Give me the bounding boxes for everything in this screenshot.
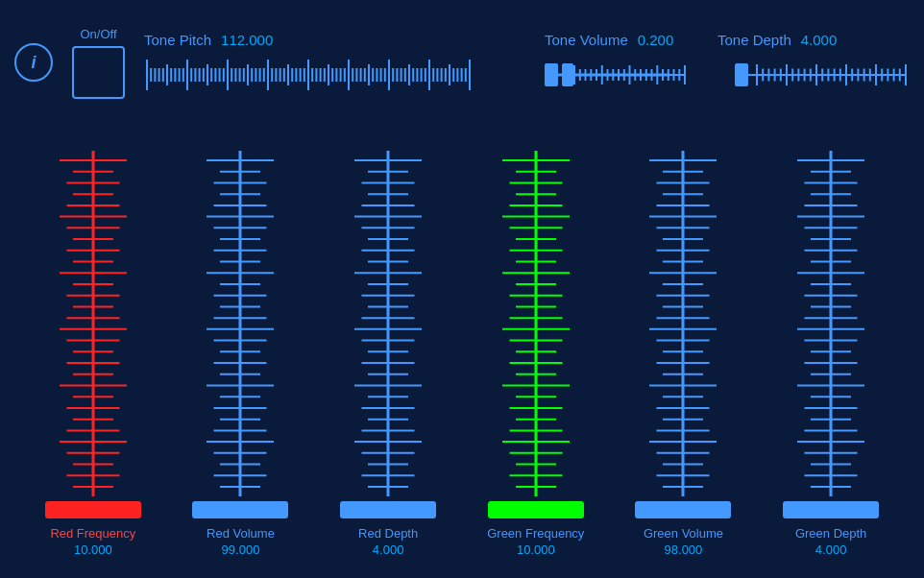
tone-depth-slider[interactable] [717, 56, 910, 94]
svg-rect-108 [756, 64, 758, 85]
svg-rect-127 [869, 68, 871, 81]
svg-rect-43 [320, 68, 322, 82]
svg-rect-123 [845, 64, 847, 85]
green-volume-slider[interactable] [630, 151, 736, 496]
svg-rect-73 [441, 68, 443, 82]
svg-rect-132 [899, 68, 901, 81]
svg-rect-47 [335, 68, 337, 82]
red-volume-base [192, 501, 288, 518]
svg-rect-30 [267, 60, 269, 90]
red-depth-label: Red Depth [358, 526, 418, 541]
svg-rect-101 [662, 69, 664, 81]
green-volume-value: 98.000 [665, 542, 703, 557]
svg-rect-79 [465, 68, 467, 82]
svg-rect-34 [283, 68, 285, 82]
tone-depth-value: 4.000 [801, 32, 838, 48]
svg-rect-109 [762, 68, 764, 81]
tone-volume-value: 0.200 [638, 32, 674, 48]
red-frequency-slider[interactable] [40, 151, 146, 496]
green-volume-visual [630, 151, 736, 496]
green-depth-value: 4.000 [815, 542, 847, 557]
red-depth-slider[interactable] [335, 151, 441, 496]
svg-rect-3 [158, 68, 160, 82]
svg-rect-56 [372, 68, 374, 82]
svg-rect-71 [432, 68, 434, 82]
svg-rect-121 [834, 68, 836, 81]
red-frequency-value: 10.000 [74, 542, 112, 557]
red-frequency-visual [40, 151, 146, 496]
tone-pitch-slider[interactable] [144, 56, 471, 94]
svg-rect-25 [247, 64, 249, 85]
tone-pitch-ticks [144, 56, 471, 94]
svg-rect-51 [352, 68, 353, 82]
red-volume-label: Red Volume [207, 526, 275, 541]
svg-rect-55 [368, 64, 370, 85]
svg-rect-125 [857, 68, 859, 81]
green-frequency-visual [483, 151, 589, 496]
green-depth-slider[interactable] [778, 151, 884, 496]
svg-rect-110 [767, 68, 769, 81]
red-depth-visual [335, 151, 441, 496]
svg-rect-23 [239, 68, 241, 82]
svg-rect-68 [421, 68, 423, 82]
svg-rect-22 [234, 68, 236, 82]
info-icon[interactable]: i [14, 43, 53, 82]
svg-rect-59 [384, 68, 386, 82]
tone-pitch-section: Tone Pitch 112.000 [144, 32, 525, 94]
svg-rect-96 [634, 69, 636, 81]
svg-rect-74 [445, 68, 447, 82]
main-content: Red Frequency 10.000 Red Volume 99.000 R… [0, 125, 924, 566]
svg-rect-80 [469, 60, 471, 90]
svg-rect-103 [673, 69, 675, 81]
svg-rect-133 [905, 64, 907, 85]
svg-rect-40 [307, 60, 309, 90]
svg-rect-126 [863, 68, 865, 81]
svg-rect-58 [380, 68, 382, 82]
svg-rect-37 [295, 68, 297, 82]
svg-rect-104 [678, 69, 680, 81]
svg-rect-87 [585, 69, 587, 81]
svg-rect-6 [170, 68, 172, 82]
svg-rect-53 [360, 68, 362, 82]
tone-depth-label: Tone Depth [717, 32, 791, 48]
svg-rect-97 [640, 69, 642, 81]
svg-rect-19 [223, 68, 225, 82]
green-frequency-label: Green Frequency [487, 526, 584, 541]
svg-rect-45 [328, 64, 329, 85]
svg-rect-111 [774, 68, 776, 81]
svg-rect-4 [162, 68, 164, 82]
green-frequency-slider[interactable] [483, 151, 589, 496]
svg-rect-33 [280, 68, 281, 82]
svg-rect-99 [651, 69, 653, 81]
on-off-button[interactable] [72, 46, 125, 99]
svg-rect-116 [804, 68, 806, 81]
svg-rect-114 [791, 68, 793, 81]
svg-rect-92 [612, 69, 614, 81]
red-volume-slider[interactable] [187, 151, 293, 496]
svg-rect-63 [401, 68, 402, 82]
svg-rect-105 [684, 65, 686, 84]
svg-rect-86 [579, 69, 581, 81]
svg-rect-69 [425, 68, 426, 82]
svg-rect-77 [456, 68, 458, 82]
tone-volume-label: Tone Volume [545, 32, 628, 48]
svg-rect-66 [412, 68, 414, 82]
svg-rect-39 [304, 68, 305, 82]
svg-rect-90 [601, 65, 603, 84]
svg-rect-27 [255, 68, 256, 82]
svg-rect-36 [291, 68, 293, 82]
green-depth-channel: Green Depth 4.000 [768, 151, 893, 557]
svg-rect-94 [623, 69, 625, 81]
svg-rect-102 [668, 69, 669, 81]
top-bar: i On/Off Tone Pitch 112.000 Tone Volume … [0, 0, 924, 125]
svg-rect-10 [186, 60, 188, 90]
svg-rect-26 [251, 68, 253, 82]
svg-rect-83 [562, 63, 573, 86]
tone-volume-slider[interactable] [545, 56, 693, 94]
svg-rect-13 [199, 68, 201, 82]
svg-rect-76 [452, 68, 454, 82]
svg-rect-81 [545, 63, 558, 86]
svg-rect-119 [821, 68, 823, 81]
green-volume-channel: Green Volume 98.000 [620, 151, 745, 557]
svg-rect-60 [388, 60, 390, 90]
